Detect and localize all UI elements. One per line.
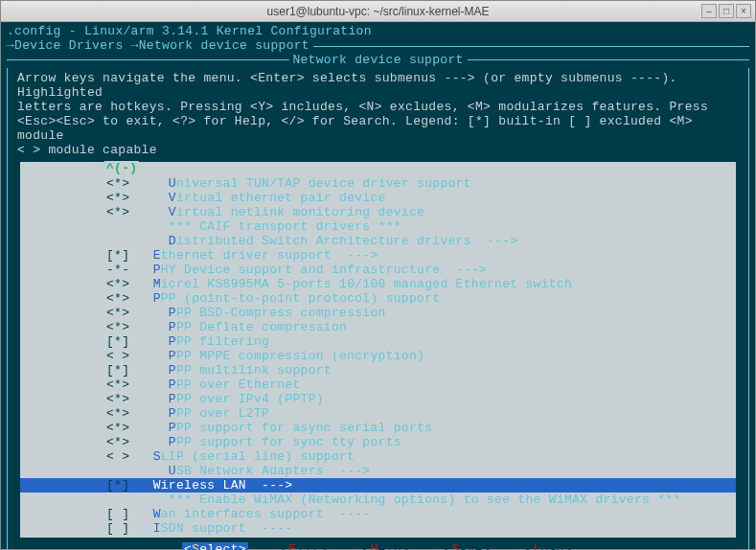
- breadcrumb: →Device Drivers →Network device support: [7, 38, 749, 53]
- menu-item[interactable]: <*> PPP over L2TP: [20, 406, 736, 421]
- action-button-load[interactable]: <Load>: [523, 542, 574, 550]
- help-line: <Esc><Esc> to exit, <?> for Help, </> fo…: [17, 114, 739, 143]
- menu-item[interactable]: [*] PPP multilink support: [20, 363, 736, 378]
- menu-item[interactable]: *** CAIF transport drivers ***: [20, 219, 736, 234]
- menu-item[interactable]: <*> PPP over Ethernet: [20, 378, 736, 392]
- window-controls: – □ ×: [701, 4, 751, 18]
- menuconfig-frame: Arrow keys navigate the menu. <Enter> se…: [7, 68, 749, 550]
- menu-item[interactable]: <*> PPP BSD-Compress compression: [20, 306, 736, 320]
- close-button[interactable]: ×: [736, 4, 751, 18]
- menu-item[interactable]: USB Network Adapters --->: [20, 464, 736, 478]
- menu-item[interactable]: [*] Ethernet driver support --->: [20, 248, 736, 263]
- menu-item[interactable]: [ ] ISDN support ----: [20, 521, 736, 536]
- window-title: user1@lubuntu-vpc: ~/src/linux-kernel-MA…: [267, 5, 490, 18]
- menu-item[interactable]: <*> PPP over IPv4 (PPTP): [20, 392, 736, 406]
- maximize-button[interactable]: □: [719, 4, 734, 18]
- section-title: Network device support: [288, 53, 467, 67]
- help-line: letters are hotkeys. Pressing <Y> includ…: [17, 100, 739, 114]
- section-frame-top: Network device support: [7, 53, 749, 67]
- action-button-select[interactable]: <Select>: [182, 542, 248, 550]
- menu-item[interactable]: <*> Virtual netlink monitoring device: [20, 205, 736, 219]
- config-header: .config - Linux/arm 3.14.1 Kernel Config…: [7, 24, 749, 38]
- menu-item[interactable]: *** Enable WiMAX (Networking options) to…: [20, 493, 736, 507]
- menu-item[interactable]: < > SLIP (serial line) support: [20, 449, 736, 464]
- menu-item[interactable]: [*] PPP filtering: [20, 334, 736, 349]
- minimize-button[interactable]: –: [701, 4, 717, 18]
- action-button-help[interactable]: <Help>: [360, 542, 411, 550]
- menu-item[interactable]: <*> PPP Deflate compression: [20, 320, 736, 334]
- window-titlebar[interactable]: user1@lubuntu-vpc: ~/src/linux-kernel-MA…: [1, 1, 755, 22]
- menu-item[interactable]: <*> PPP support for async serial ports: [20, 421, 736, 435]
- menu-item[interactable]: Distributed Switch Architecture drivers …: [20, 234, 736, 248]
- terminal-body[interactable]: .config - Linux/arm 3.14.1 Kernel Config…: [1, 22, 755, 549]
- menu-item[interactable]: [*] Wireless LAN --->: [20, 478, 736, 493]
- menu-item[interactable]: <*> PPP (point-to-point protocol) suppor…: [20, 291, 736, 306]
- menu-item[interactable]: < > PPP MPPE compression (encryption): [20, 349, 736, 363]
- help-line: < > module capable: [17, 143, 739, 157]
- menu-item[interactable]: <*> Virtual ethernet pair device: [20, 191, 736, 205]
- action-button-exit[interactable]: <Exit>: [279, 542, 330, 550]
- help-text: Arrow keys navigate the menu. <Enter> se…: [8, 68, 748, 159]
- menu-frame-top: ^(-): [19, 161, 737, 174]
- terminal-window: user1@lubuntu-vpc: ~/src/linux-kernel-MA…: [0, 0, 756, 550]
- menu-item[interactable]: <*> PPP support for sync tty ports: [20, 435, 736, 449]
- help-line: Arrow keys navigate the menu. <Enter> se…: [17, 71, 739, 100]
- menu-item[interactable]: [ ] Wan interfaces support ----: [20, 507, 736, 521]
- menu-item[interactable]: -*- PHY Device support and infrastructur…: [20, 263, 736, 277]
- button-row: <Select> <Exit> <Help> <Save> <Load>: [8, 542, 748, 550]
- menu-item[interactable]: <*> Universal TUN/TAP device driver supp…: [20, 176, 736, 191]
- scroll-up-indicator: ^(-): [104, 161, 139, 175]
- breadcrumb-text: →Device Drivers →Network device support: [7, 38, 313, 53]
- menu-list[interactable]: <*> Universal TUN/TAP device driver supp…: [19, 174, 737, 539]
- menu-item[interactable]: <*> Micrel KS8995MA 5-ports 10/100 manag…: [20, 277, 736, 291]
- action-button-save[interactable]: <Save>: [442, 542, 493, 550]
